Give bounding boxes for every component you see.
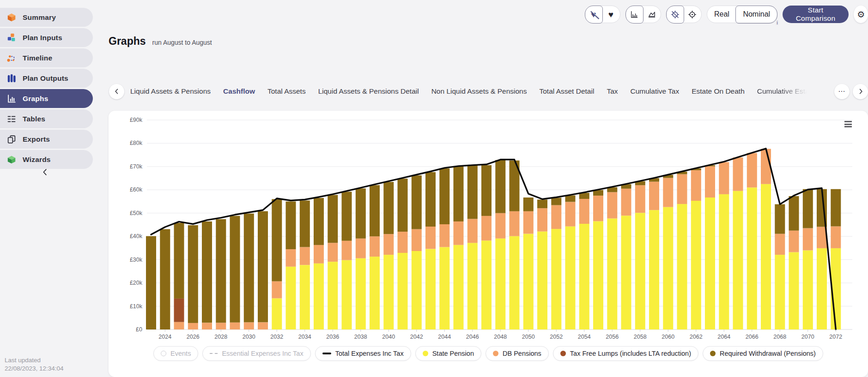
start-comparison-button[interactable]: Start Comparison: [783, 6, 849, 23]
svg-text:2036: 2036: [326, 334, 339, 340]
page-title: Graphs: [109, 35, 146, 48]
svg-text:£40k: £40k: [130, 233, 143, 239]
last-updated-label: Last updated: [5, 356, 64, 365]
svg-text:£60k: £60k: [130, 186, 143, 193]
chart-legend: Events Essential Expenses Inc Tax Total …: [109, 346, 868, 361]
sidebar-item-summary[interactable]: Summary: [0, 8, 93, 27]
dot-swatch-icon: [710, 351, 716, 356]
tab-liquid-assets-pensions-detail[interactable]: Liquid Assets & Pensions Detail: [318, 87, 419, 96]
ellipsis-icon: …: [838, 88, 846, 94]
cashflow-chart[interactable]: £0£10k£20k£30k£40k£50k£60k£70k£80k£90k20…: [109, 111, 868, 341]
column-chart-toggle[interactable]: [625, 6, 643, 24]
legend-label: State Pension: [432, 350, 474, 357]
last-updated-value: 22/08/2023, 12:34:04: [5, 365, 64, 373]
svg-text:2072: 2072: [829, 334, 842, 340]
dot-swatch-icon: [560, 351, 566, 356]
legend-item-essential-expenses[interactable]: Essential Expenses Inc Tax: [202, 346, 310, 361]
tab-non-liquid-assets-pensions[interactable]: Non Liquid Assets & Pensions: [431, 87, 527, 96]
svg-text:2068: 2068: [773, 334, 786, 340]
svg-text:2028: 2028: [214, 334, 227, 340]
tables-rows-icon: [6, 114, 17, 125]
tab-liquid-assets-pensions[interactable]: Liquid Assets & Pensions: [130, 87, 211, 96]
chevron-left-icon: [113, 88, 121, 95]
tabs-scroll-left-button[interactable]: [109, 84, 124, 99]
sidebar-item-plan-inputs[interactable]: Plan Inputs: [0, 28, 93, 47]
tabs-scroll-right-button[interactable]: [853, 84, 868, 99]
line-swatch-icon: [322, 353, 331, 354]
sidebar-item-label: Exports: [23, 135, 50, 144]
exports-pages-icon: [6, 134, 17, 145]
sidebar-item-exports[interactable]: Exports: [0, 130, 93, 149]
tab-tax[interactable]: Tax: [607, 87, 618, 96]
gear-icon: ⚙: [857, 10, 865, 19]
area-chart-toggle[interactable]: [643, 6, 661, 23]
nominal-option-label: Nominal: [743, 10, 770, 18]
sidebar-item-graphs[interactable]: Graphs: [0, 89, 93, 108]
chart-context-menu-button[interactable]: [843, 119, 854, 130]
sidebar-item-timeline[interactable]: Timeline: [0, 48, 93, 67]
graphs-chart-icon: [6, 93, 17, 104]
area-chart-icon: [647, 10, 656, 19]
real-option[interactable]: Real: [707, 6, 736, 23]
tabs-more-button[interactable]: …: [834, 84, 850, 99]
sidebar-collapse-button[interactable]: [39, 166, 51, 178]
svg-text:£80k: £80k: [130, 140, 143, 146]
settings-button[interactable]: ⚙: [854, 6, 868, 23]
health-on-toggle[interactable]: ♥: [602, 6, 620, 23]
legend-item-total-expenses[interactable]: Total Expenses Inc Tax: [315, 346, 411, 361]
chart-style-toggle-group: [625, 6, 661, 23]
crosshair-off-icon: [670, 10, 680, 19]
svg-text:2056: 2056: [606, 334, 619, 340]
tab-estate-on-death[interactable]: Estate On Death: [692, 87, 745, 96]
events-swatch-icon: [161, 351, 166, 356]
legend-label: Required Withdrawal (Pensions): [720, 350, 816, 357]
top-toolbar: ♥ ♥ Real Nominal i Start Comparison ⚙: [585, 6, 868, 23]
svg-text:2070: 2070: [801, 334, 814, 340]
sidebar-item-tables[interactable]: Tables: [0, 109, 93, 128]
legend-item-required-withdrawal[interactable]: Required Withdrawal (Pensions): [703, 346, 823, 361]
legend-label: Tax Free Lumps (includes LTA reduction): [570, 350, 691, 357]
crosshair-on-toggle[interactable]: [683, 6, 701, 23]
svg-text:2062: 2062: [690, 334, 703, 340]
sidebar-item-label: Plan Outputs: [23, 74, 68, 83]
sidebar-item-label: Wizards: [23, 156, 51, 164]
svg-text:£10k: £10k: [130, 303, 143, 310]
tab-total-asset-detail[interactable]: Total Asset Detail: [539, 87, 594, 96]
svg-text:£30k: £30k: [130, 257, 143, 263]
chevron-right-icon: [857, 88, 864, 95]
svg-text:2024: 2024: [158, 334, 171, 340]
svg-text:2058: 2058: [634, 334, 647, 340]
heart-pulse-icon: ♥: [608, 10, 613, 19]
sidebar-item-label: Timeline: [23, 54, 52, 62]
svg-text:2054: 2054: [578, 334, 591, 340]
health-off-toggle[interactable]: ♥: [585, 6, 603, 24]
cashflow-chart-card: £0£10k£20k£30k£40k£50k£60k£70k£80k£90k20…: [109, 111, 868, 377]
crosshair-icon: [687, 10, 697, 19]
legend-item-state-pension[interactable]: State Pension: [415, 346, 481, 361]
dot-swatch-icon: [493, 351, 498, 356]
crosshair-off-toggle[interactable]: [666, 6, 684, 24]
svg-text:2030: 2030: [243, 334, 255, 340]
legend-item-events[interactable]: Events: [153, 346, 198, 361]
svg-text:2040: 2040: [382, 334, 395, 340]
sidebar-item-label: Tables: [23, 115, 45, 123]
timeline-path-icon: [6, 53, 17, 64]
legend-item-tax-free-lumps[interactable]: Tax Free Lumps (includes LTA reduction): [553, 346, 698, 361]
dot-swatch-icon: [423, 351, 428, 356]
tabbar-right-controls: …: [834, 84, 868, 99]
svg-text:£70k: £70k: [130, 163, 143, 170]
svg-text:2064: 2064: [717, 334, 730, 340]
svg-text:2066: 2066: [746, 334, 759, 340]
legend-label: DB Pensions: [503, 350, 541, 357]
tab-cashflow[interactable]: Cashflow: [223, 87, 255, 96]
nominal-option[interactable]: Nominal: [735, 6, 777, 24]
svg-text:2048: 2048: [494, 334, 507, 340]
heart-off-icon: ♥: [591, 10, 596, 19]
tab-total-assets[interactable]: Total Assets: [267, 87, 306, 96]
svg-text:2052: 2052: [550, 334, 563, 340]
tab-cumulative-estate[interactable]: Cumulative Estat: [757, 87, 811, 96]
svg-text:2060: 2060: [662, 334, 674, 340]
tab-cumulative-tax[interactable]: Cumulative Tax: [631, 87, 680, 96]
legend-item-db-pensions[interactable]: DB Pensions: [486, 346, 549, 361]
sidebar-item-plan-outputs[interactable]: Plan Outputs: [0, 69, 93, 88]
